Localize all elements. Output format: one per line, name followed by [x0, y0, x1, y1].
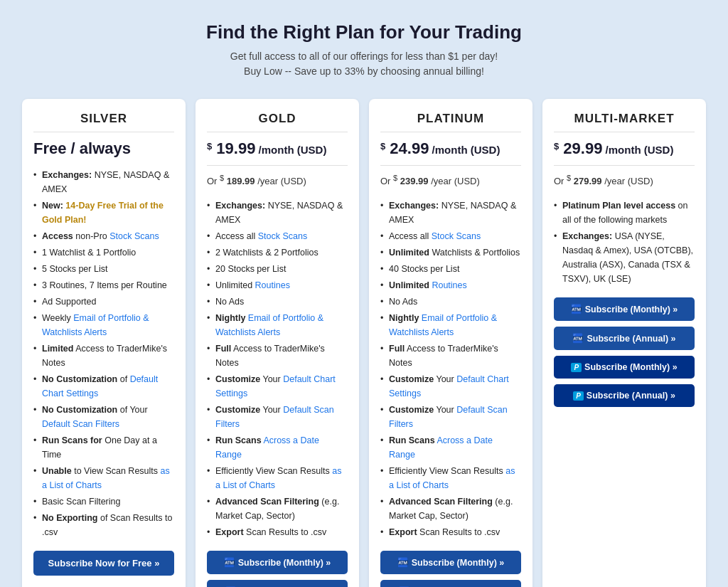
feature-item-silver-9: No Customization of Default Chart Settin… [33, 372, 174, 401]
feature-item-silver-10: No Customization of Your Default Scan Fi… [33, 403, 174, 431]
subscribe-btn-gold-1[interactable]: 🏧Subscribe (Annual) » [207, 580, 348, 587]
feature-item-gold-9: Customize Your Default Scan Filters [207, 403, 348, 431]
credit-card-icon: 🏧 [224, 558, 235, 568]
feature-item-silver-3: 1 Watchlist & 1 Portfolio [33, 245, 174, 260]
feature-item-gold-4: Unlimited Routines [207, 278, 348, 292]
feature-item-gold-5: No Ads [207, 295, 348, 309]
feature-item-silver-4: 5 Stocks per List [33, 262, 174, 276]
credit-card-icon: 🏧 [572, 334, 584, 344]
feature-item-gold-0: Exchanges: NYSE, NASDAQ & AMEX [207, 199, 348, 227]
feature-item-gold-2: 2 Watchlists & 2 Portfolios [207, 245, 348, 260]
plan-price-monthly-platinum: $ 24.99 /month (USD) [380, 139, 521, 158]
feature-item-platinum-4: Unlimited Routines [380, 278, 521, 292]
subscribe-btn-multimarket-1[interactable]: 🏧Subscribe (Annual) » [554, 327, 695, 350]
credit-card-icon: 🏧 [571, 305, 582, 314]
subscribe-btn-platinum-0[interactable]: 🏧Subscribe (Monthly) » [380, 551, 521, 574]
feature-item-gold-10: Run Scans Across a Date Range [207, 433, 348, 462]
feature-item-silver-0: Exchanges: NYSE, NASDAQ & AMEX [33, 168, 174, 196]
feature-item-gold-1: Access all Stock Scans [207, 229, 348, 243]
feature-item-silver-5: 3 Routines, 7 Items per Routine [33, 278, 174, 292]
plan-card-gold: GOLD$ 19.99 /month (USD)Or $ 189.99 /yea… [196, 99, 359, 587]
feature-item-silver-13: Basic Scan Filtering [33, 495, 174, 509]
feature-item-silver-2: Access non-Pro Stock Scans [33, 229, 174, 243]
feature-item-silver-6: Ad Supported [33, 295, 174, 309]
feature-item-platinum-6: Nightly Email of Portfolio & Watchlists … [380, 311, 521, 339]
feature-item-silver-7: Weekly Email of Portfolio & Watchlists A… [33, 311, 174, 339]
feature-item-platinum-9: Customize Your Default Scan Filters [380, 403, 521, 431]
subscribe-btn-multimarket-2[interactable]: PSubscribe (Monthly) » [554, 356, 695, 379]
credit-card-icon: 🏧 [397, 558, 409, 568]
plan-name-silver: SILVER [33, 112, 174, 132]
features-list-gold: Exchanges: NYSE, NASDAQ & AMEXAccess all… [207, 199, 348, 539]
plan-name-platinum: PLATINUM [380, 112, 521, 132]
features-list-silver: Exchanges: NYSE, NASDAQ & AMEXNew: 14-Da… [33, 168, 174, 539]
feature-item-platinum-2: Unlimited Watchlists & Portfolios [380, 245, 521, 260]
feature-item-gold-12: Advanced Scan Filtering (e.g. Market Cap… [207, 495, 348, 523]
paypal-icon: P [571, 363, 582, 372]
plan-name-gold: GOLD [207, 112, 348, 132]
paypal-icon: P [573, 391, 584, 401]
page-subtitle1: Get full access to all of our offerings … [14, 49, 714, 64]
plan-price-monthly-multimarket: $ 29.99 /month (USD) [554, 139, 695, 158]
feature-item-silver-11: Run Scans for One Day at a Time [33, 433, 174, 462]
plan-price-silver: Free / always [33, 139, 174, 158]
feature-item-gold-13: Export Scan Results to .csv [207, 525, 348, 539]
feature-item-multimarket-1: Exchanges: USA (NYSE, Nasdaq & Amex), US… [554, 229, 695, 286]
feature-item-gold-3: 20 Stocks per List [207, 262, 348, 276]
plan-price-annual-gold: Or $ 189.99 /year (USD) [207, 173, 348, 189]
feature-item-gold-7: Full Access to TraderMike's Notes [207, 342, 348, 370]
plan-card-silver: SILVERFree / alwaysExchanges: NYSE, NASD… [22, 99, 186, 587]
subscribe-btn-gold-0[interactable]: 🏧Subscribe (Monthly) » [207, 551, 348, 574]
subscribe-btn-multimarket-3[interactable]: PSubscribe (Annual) » [554, 384, 695, 407]
feature-item-platinum-13: Export Scan Results to .csv [380, 525, 521, 539]
feature-item-platinum-12: Advanced Scan Filtering (e.g. Market Cap… [380, 495, 521, 523]
plans-container: SILVERFree / alwaysExchanges: NYSE, NASD… [14, 99, 714, 587]
page-title: Find the Right Plan for Your Trading [14, 21, 714, 43]
plan-price-annual-platinum: Or $ 239.99 /year (USD) [380, 173, 521, 189]
page-header: Find the Right Plan for Your Trading Get… [14, 21, 714, 79]
features-list-multimarket: Platinum Plan level access on all of the… [554, 199, 695, 286]
subscribe-btn-multimarket-0[interactable]: 🏧Subscribe (Monthly) » [554, 297, 695, 321]
subscribe-btn-silver-0[interactable]: Subscribe Now for Free » [33, 551, 174, 576]
plan-price-annual-multimarket: Or $ 279.99 /year (USD) [554, 173, 695, 189]
feature-item-platinum-10: Run Scans Across a Date Range [380, 433, 521, 462]
feature-item-platinum-0: Exchanges: NYSE, NASDAQ & AMEX [380, 199, 521, 227]
feature-item-gold-6: Nightly Email of Portfolio & Watchlists … [207, 311, 348, 339]
feature-item-platinum-1: Access all Stock Scans [380, 229, 521, 243]
feature-item-platinum-11: Efficiently View Scan Results as a List … [380, 464, 521, 492]
feature-item-platinum-7: Full Access to TraderMike's Notes [380, 342, 521, 370]
plan-card-platinum: PLATINUM$ 24.99 /month (USD)Or $ 239.99 … [369, 99, 532, 587]
features-list-platinum: Exchanges: NYSE, NASDAQ & AMEXAccess all… [380, 199, 521, 539]
feature-item-platinum-3: 40 Stocks per List [380, 262, 521, 276]
feature-item-silver-12: Unable to View Scan Results as a List of… [33, 464, 174, 492]
feature-item-silver-14: No Exporting of Scan Results to .csv [33, 511, 174, 539]
feature-item-platinum-8: Customize Your Default Chart Settings [380, 372, 521, 401]
feature-item-gold-11: Efficiently View Scan Results as a List … [207, 464, 348, 492]
plan-name-multimarket: MULTI-MARKET [554, 112, 695, 132]
plan-card-multimarket: MULTI-MARKET$ 29.99 /month (USD)Or $ 279… [542, 99, 706, 587]
feature-item-multimarket-0: Platinum Plan level access on all of the… [554, 199, 695, 227]
feature-item-gold-8: Customize Your Default Chart Settings [207, 372, 348, 401]
subscribe-btn-platinum-1[interactable]: 🏧Subscribe (Annual) » [380, 580, 521, 587]
feature-item-silver-8: Limited Access to TraderMike's Notes [33, 342, 174, 370]
feature-item-platinum-5: No Ads [380, 295, 521, 309]
plan-price-monthly-gold: $ 19.99 /month (USD) [207, 139, 348, 158]
feature-item-silver-1: New: 14-Day Free Trial of the Gold Plan! [33, 199, 174, 227]
page-subtitle2: Buy Low -- Save up to 33% by choosing an… [14, 64, 714, 79]
